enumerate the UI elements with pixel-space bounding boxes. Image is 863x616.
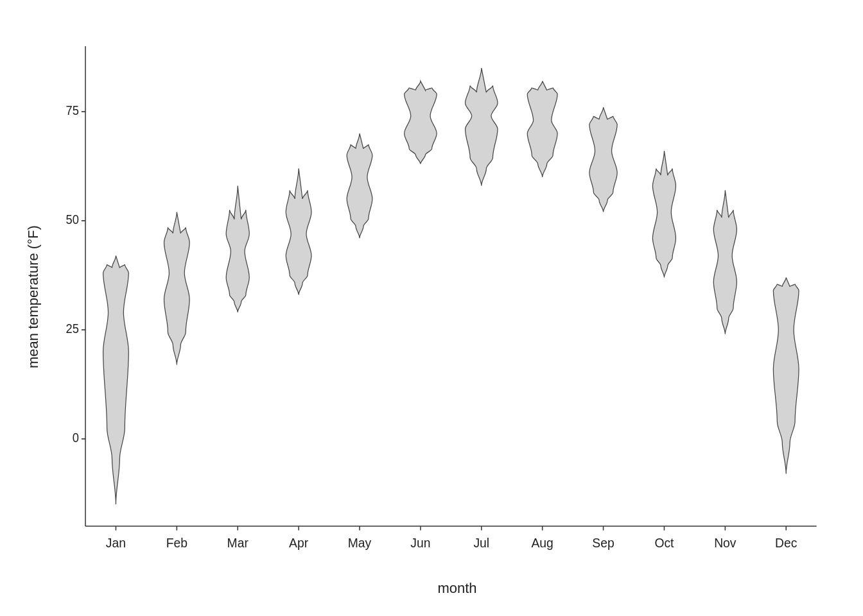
chart-area: mean temperature (°F) 0255075JanFebMarAp… [21, 19, 842, 575]
svg-text:0: 0 [73, 431, 79, 445]
chart-container: mean temperature (°F) 0255075JanFebMarAp… [21, 19, 842, 597]
plot-area: 0255075JanFebMarAprMayJunJulAugSepOctNov… [46, 19, 842, 575]
svg-text:Aug: Aug [531, 535, 553, 550]
svg-text:50: 50 [65, 213, 78, 227]
svg-text:Jan: Jan [106, 535, 126, 550]
y-spacer [21, 575, 46, 597]
svg-text:Feb: Feb [166, 535, 187, 550]
svg-text:Oct: Oct [654, 535, 674, 550]
svg-text:25: 25 [65, 322, 78, 336]
svg-text:Nov: Nov [714, 535, 736, 550]
y-axis-label: mean temperature (°F) [21, 19, 46, 575]
svg-text:Sep: Sep [592, 535, 614, 550]
svg-text:May: May [348, 535, 372, 550]
violin-chart: 0255075JanFebMarAprMayJunJulAugSepOctNov… [46, 32, 830, 569]
svg-text:Apr: Apr [289, 535, 308, 550]
x-axis-label: month [46, 575, 842, 597]
bottom-area: month [21, 575, 842, 597]
svg-text:75: 75 [65, 104, 78, 118]
svg-text:Mar: Mar [227, 535, 249, 550]
svg-text:Jul: Jul [473, 535, 489, 550]
svg-text:Jun: Jun [410, 535, 430, 550]
svg-text:Dec: Dec [775, 535, 797, 550]
